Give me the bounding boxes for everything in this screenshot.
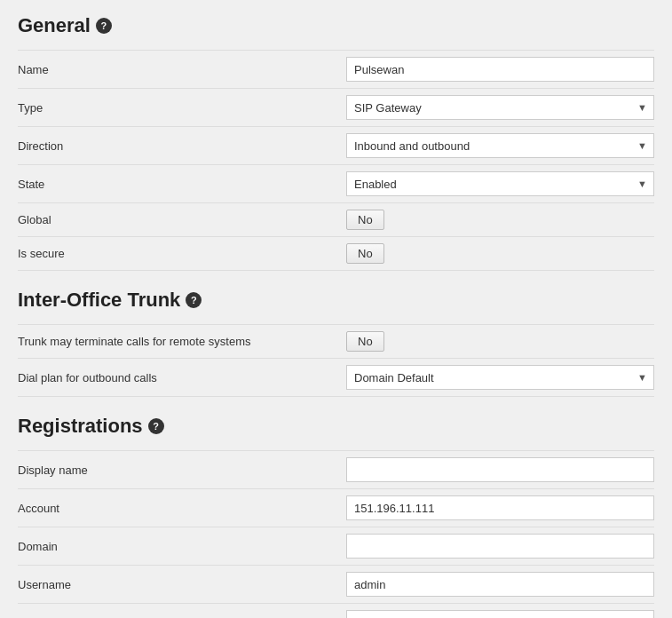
type-row: Type SIP GatewaySIP PeerH323 Gateway ▼ — [18, 88, 654, 126]
general-section: General ? Name Type SIP GatewaySIP PeerH… — [18, 14, 654, 271]
general-title-text: General — [18, 14, 91, 37]
account-row: Account — [18, 488, 654, 527]
dial-plan-select[interactable]: Domain DefaultNone — [346, 365, 654, 390]
name-row: Name — [18, 50, 654, 88]
name-label: Name — [18, 63, 346, 76]
password-check-icon: ✓ — [637, 614, 649, 619]
direction-select-wrapper: Inbound and outboundInbound onlyOutbound… — [346, 133, 654, 158]
global-control: No — [346, 210, 654, 230]
trunk-title-text: Inter-Office Trunk — [18, 289, 180, 312]
password-input-wrapper: ✓ — [346, 610, 654, 618]
account-input[interactable] — [346, 495, 654, 520]
direction-control: Inbound and outboundInbound onlyOutbound… — [346, 133, 654, 158]
global-toggle[interactable]: No — [346, 210, 384, 230]
display-name-label: Display name — [18, 464, 346, 477]
password-row: Password ✓ — [18, 603, 654, 618]
state-select[interactable]: EnabledDisabled — [346, 171, 654, 196]
type-select-wrapper: SIP GatewaySIP PeerH323 Gateway ▼ — [346, 95, 654, 120]
trunk-terminate-toggle[interactable]: No — [346, 331, 384, 352]
type-select[interactable]: SIP GatewaySIP PeerH323 Gateway — [346, 95, 654, 120]
global-row: Global No — [18, 202, 654, 236]
name-input[interactable] — [346, 57, 654, 82]
display-name-row: Display name — [18, 450, 654, 488]
dial-plan-control: Domain DefaultNone ▼ — [346, 365, 654, 390]
trunk-title: Inter-Office Trunk ? — [18, 289, 654, 312]
direction-select[interactable]: Inbound and outboundInbound onlyOutbound… — [346, 133, 654, 158]
state-select-wrapper: EnabledDisabled ▼ — [346, 171, 654, 196]
domain-input[interactable] — [346, 534, 654, 559]
type-control: SIP GatewaySIP PeerH323 Gateway ▼ — [346, 95, 654, 120]
is-secure-toggle[interactable]: No — [346, 243, 384, 264]
registrations-section: Registrations ? Display name Account Dom… — [18, 415, 654, 618]
account-control — [346, 495, 654, 520]
trunk-terminate-label: Trunk may terminate calls for remote sys… — [18, 335, 346, 348]
username-label: Username — [18, 578, 346, 591]
direction-row: Direction Inbound and outboundInbound on… — [18, 126, 654, 164]
dial-plan-select-wrapper: Domain DefaultNone ▼ — [346, 365, 654, 390]
display-name-control — [346, 457, 654, 482]
state-row: State EnabledDisabled ▼ — [18, 164, 654, 202]
state-label: State — [18, 178, 346, 191]
dial-plan-row: Dial plan for outbound calls Domain Defa… — [18, 358, 654, 397]
inter-office-trunk-section: Inter-Office Trunk ? Trunk may terminate… — [18, 289, 654, 397]
registrations-title-text: Registrations — [18, 415, 143, 438]
trunk-terminate-row: Trunk may terminate calls for remote sys… — [18, 324, 654, 358]
trunk-terminate-control: No — [346, 331, 654, 352]
type-label: Type — [18, 101, 346, 115]
username-row: Username — [18, 565, 654, 603]
domain-control — [346, 534, 654, 559]
dial-plan-label: Dial plan for outbound calls — [18, 371, 346, 384]
username-control — [346, 572, 654, 597]
trunk-help-icon[interactable]: ? — [186, 292, 202, 308]
is-secure-label: Is secure — [18, 247, 346, 260]
account-label: Account — [18, 502, 346, 515]
global-label: Global — [18, 213, 346, 226]
direction-label: Direction — [18, 139, 346, 153]
registrations-help-icon[interactable]: ? — [148, 418, 164, 434]
name-control — [346, 57, 654, 82]
password-control: ✓ — [346, 610, 654, 618]
state-control: EnabledDisabled ▼ — [346, 171, 654, 196]
domain-row: Domain — [18, 527, 654, 565]
username-input[interactable] — [346, 572, 654, 597]
is-secure-row: Is secure No — [18, 236, 654, 271]
password-input[interactable] — [346, 610, 654, 618]
general-help-icon[interactable]: ? — [96, 18, 112, 34]
general-title: General ? — [18, 14, 654, 37]
display-name-input[interactable] — [346, 457, 654, 482]
registrations-title: Registrations ? — [18, 415, 654, 438]
domain-label: Domain — [18, 540, 346, 553]
is-secure-control: No — [346, 243, 654, 264]
